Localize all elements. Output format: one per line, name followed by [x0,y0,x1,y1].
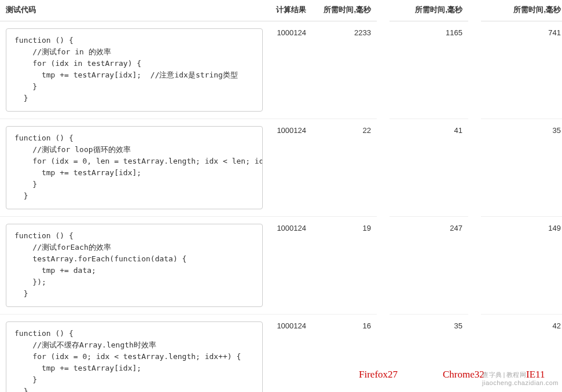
cell-time1: 22 [312,119,377,217]
table-row: function () { //测试for loop循环的效率 for (idx… [0,119,562,217]
code-snippet: function () { //测试不缓存Array.length时效率 for… [6,321,263,392]
browser-label-firefox: Firefox27 [359,369,398,380]
cell-time1: 2233 [312,21,377,119]
watermark-sub: jiaocheng.chazidian.com [482,379,559,386]
col-header-code: 测试代码 [0,0,269,21]
table-row: function () { //测试for in 的效率 for (idx in… [0,21,562,119]
col-header-time2: 所需时间,毫秒 [390,0,468,21]
table-row: function () { //测试forEach的效率 testArray.f… [0,217,562,315]
cell-result: 1000124 [269,21,312,119]
col-header-result: 计算结果 [269,0,312,21]
cell-time2: 247 [390,217,468,315]
watermark-right: 教程网 [506,371,527,378]
cell-time2: 41 [390,119,468,217]
benchmark-table: 测试代码 计算结果 所需时间,毫秒 所需时间,毫秒 所需时间,毫秒 functi… [0,0,562,392]
cell-time3: 35 [481,119,562,217]
cell-time2: 1165 [390,21,468,119]
cell-time3: 149 [481,217,562,315]
cell-time1: 19 [312,217,377,315]
watermark: 查字典|教程网 jiaocheng.chazidian.com [482,371,559,386]
col-header-time3: 所需时间,毫秒 [481,0,562,21]
watermark-left: 查字典 [482,371,502,378]
cell-result: 1000124 [269,217,312,315]
code-snippet: function () { //测试forEach的效率 testArray.f… [6,224,263,307]
col-header-time1: 所需时间,毫秒 [312,0,377,21]
cell-result: 1000124 [269,315,312,393]
cell-time3: 741 [481,21,562,119]
cell-result: 1000124 [269,119,312,217]
browser-label-chrome: Chrome32 [443,369,484,380]
code-snippet: function () { //测试for loop循环的效率 for (idx… [6,126,263,209]
code-snippet: function () { //测试for in 的效率 for (idx in… [6,28,263,112]
